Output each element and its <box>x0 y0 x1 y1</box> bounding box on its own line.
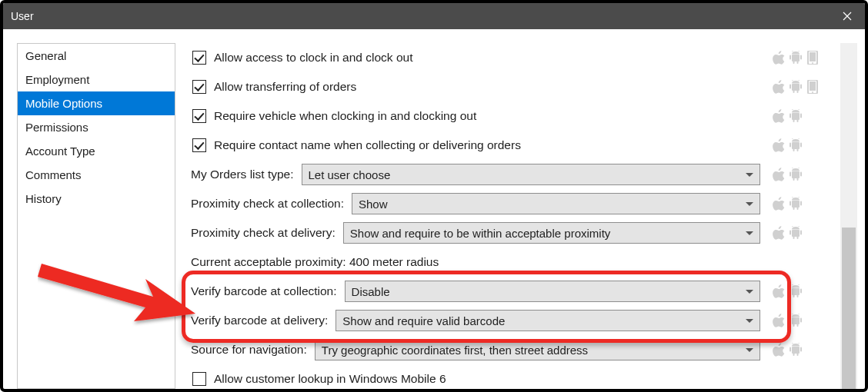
android-icon <box>790 138 802 152</box>
select-prox-delivery[interactable]: Show and require to be within acceptable… <box>343 222 760 244</box>
sidebar-item-comments[interactable]: Comments <box>18 163 175 187</box>
select-orders-list-type[interactable]: Let user choose <box>302 164 761 185</box>
option-acceptable-proximity: Current acceptable proximity: 400 meter … <box>191 247 836 277</box>
sidebar: General Employment Mobile Options Permis… <box>17 43 175 389</box>
platform-icons <box>773 197 836 211</box>
apple-icon <box>773 138 785 152</box>
sidebar-item-permissions[interactable]: Permissions <box>18 115 175 139</box>
option-label: My Orders list type: <box>191 168 294 181</box>
select-nav-source[interactable]: Try geographic coordinates first, then s… <box>315 339 760 360</box>
apple-icon <box>773 284 785 298</box>
platform-icons <box>773 284 836 298</box>
select-value: Show <box>359 198 388 211</box>
option-allow-lookup: Allow customer lookup in Windows Mobile … <box>191 364 836 389</box>
option-label: Proximity check at collection: <box>191 197 344 211</box>
sidebar-item-label: Permissions <box>25 121 88 134</box>
chevron-down-icon <box>746 202 753 206</box>
option-label: Source for navigation: <box>191 343 307 357</box>
phone-icon <box>806 51 819 65</box>
select-value: Show and require to be within acceptable… <box>350 227 611 240</box>
sidebar-item-employment[interactable]: Employment <box>18 68 175 91</box>
android-icon <box>790 314 802 327</box>
option-require-vehicle: Require vehicle when clocking in and clo… <box>191 101 836 131</box>
option-allow-transfer: Allow transferring of orders <box>191 72 836 101</box>
platform-icons <box>773 226 836 240</box>
sidebar-item-history[interactable]: History <box>18 187 175 211</box>
sidebar-item-label: General <box>25 49 66 62</box>
titlebar: User <box>3 3 865 29</box>
apple-icon <box>773 80 785 94</box>
option-label: Allow transferring of orders <box>214 80 356 94</box>
checkbox-allow-lookup[interactable] <box>192 372 206 386</box>
checkbox-require-vehicle[interactable] <box>192 109 206 123</box>
chevron-down-icon <box>746 231 753 235</box>
platform-icons <box>773 138 836 152</box>
sidebar-item-label: History <box>25 192 62 205</box>
option-barcode-delivery: Verify barcode at delivery: Show and req… <box>191 306 836 335</box>
sidebar-item-account-type[interactable]: Account Type <box>18 139 175 163</box>
checkbox-allow-transfer[interactable] <box>192 80 206 94</box>
platform-icons <box>773 343 836 357</box>
select-prox-collection[interactable]: Show <box>352 193 760 214</box>
phone-icon <box>806 80 819 94</box>
apple-icon <box>773 343 785 357</box>
sidebar-item-label: Mobile Options <box>25 97 102 110</box>
sidebar-item-label: Account Type <box>25 145 95 158</box>
android-icon <box>790 168 802 181</box>
option-allow-clock: Allow access to clock in and clock out <box>191 43 836 72</box>
option-label: Verify barcode at collection: <box>191 284 337 298</box>
option-label: Require vehicle when clocking in and clo… <box>214 109 476 123</box>
window-title: User <box>11 10 34 22</box>
option-label: Verify barcode at delivery: <box>191 314 328 327</box>
apple-icon <box>773 314 785 327</box>
apple-icon <box>773 226 785 240</box>
option-label: Proximity check at delivery: <box>191 226 336 240</box>
apple-icon <box>773 109 785 123</box>
option-prox-collection: Proximity check at collection: Show <box>191 189 836 218</box>
chevron-down-icon <box>746 290 753 294</box>
chevron-down-icon <box>746 348 753 352</box>
option-orders-list-type: My Orders list type: Let user choose <box>191 160 836 189</box>
close-button[interactable] <box>830 3 865 29</box>
select-value: Try geographic coordinates first, then s… <box>322 344 588 357</box>
platform-icons <box>773 80 836 94</box>
option-label: Require contact name when collecting or … <box>214 138 521 152</box>
option-label: Allow customer lookup in Windows Mobile … <box>214 372 446 386</box>
android-icon <box>790 80 802 94</box>
select-barcode-collection[interactable]: Disable <box>345 281 760 302</box>
select-value: Show and require valid barcode <box>342 314 505 327</box>
android-icon <box>790 284 802 298</box>
option-barcode-collection: Verify barcode at collection: Disable <box>191 277 836 306</box>
chevron-down-icon <box>746 173 753 177</box>
option-label: Current acceptable proximity: 400 meter … <box>191 255 439 269</box>
scrollbar[interactable] <box>840 43 857 389</box>
sidebar-item-label: Comments <box>25 168 82 181</box>
sidebar-item-label: Employment <box>25 73 89 86</box>
platform-icons <box>773 109 836 123</box>
android-icon <box>790 226 802 240</box>
android-icon <box>790 109 802 123</box>
sidebar-item-mobile-options[interactable]: Mobile Options <box>18 91 175 115</box>
apple-icon <box>773 51 785 65</box>
user-dialog: User General Employment Mobile Options P… <box>0 0 868 392</box>
android-icon <box>790 51 802 65</box>
apple-icon <box>773 197 785 211</box>
android-icon <box>790 343 802 357</box>
select-barcode-delivery[interactable]: Show and require valid barcode <box>336 310 760 331</box>
scrollbar-thumb[interactable] <box>842 228 856 389</box>
platform-icons <box>773 168 836 181</box>
checkbox-allow-clock[interactable] <box>192 51 206 65</box>
select-value: Let user choose <box>309 168 391 181</box>
platform-icons <box>773 51 836 65</box>
select-value: Disable <box>352 285 390 298</box>
checkbox-require-contact[interactable] <box>192 138 206 152</box>
android-icon <box>790 197 802 211</box>
sidebar-item-general[interactable]: General <box>18 44 175 68</box>
option-label: Allow access to clock in and clock out <box>214 51 412 65</box>
close-icon <box>843 12 852 21</box>
mobile-options-panel: Allow access to clock in and clock out A… <box>191 43 836 389</box>
option-require-contact: Require contact name when collecting or … <box>191 131 836 160</box>
apple-icon <box>773 168 785 181</box>
platform-icons <box>773 314 836 327</box>
option-prox-delivery: Proximity check at delivery: Show and re… <box>191 218 836 247</box>
